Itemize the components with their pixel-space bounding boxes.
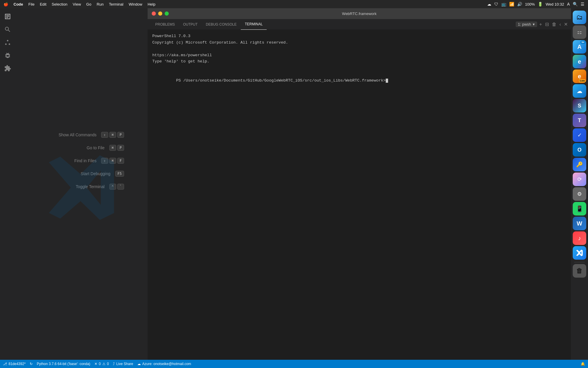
branch-name: 81de4392*	[9, 362, 26, 366]
add-terminal-button[interactable]: +	[538, 21, 543, 28]
canary-badge: CAN	[579, 79, 586, 82]
azure-label: Azure: onotseike@hotmail.com	[142, 362, 191, 366]
status-branch[interactable]: ⎇ 81de4392*	[3, 362, 26, 366]
dock-appstore[interactable]: A 5K	[573, 40, 586, 54]
dock-vscode[interactable]	[573, 246, 586, 260]
status-azure[interactable]: ☁ Azure: onotseike@hotmail.com	[137, 362, 191, 366]
dock-edge[interactable]: e	[573, 55, 586, 68]
dock-launchpad[interactable]: ⚏	[573, 25, 586, 39]
right-dock: 🗂 ⚏ A 5K e e CAN ☁ S T	[571, 8, 588, 360]
dock-outlook[interactable]: O	[573, 143, 586, 157]
warning-icon: ⚠	[102, 362, 106, 366]
activity-bar	[0, 8, 15, 360]
kill-terminal-button[interactable]: 🗑	[551, 21, 557, 28]
menu-run[interactable]: Run	[97, 2, 104, 6]
app-container: Show All Commands ⇧ ⌘ P Go to File ⌘ P F…	[0, 8, 588, 360]
activity-explorer[interactable]	[2, 11, 14, 22]
git-branch-icon: ⎇	[3, 362, 7, 366]
status-liveshare[interactable]: ⤴ Live Share	[113, 362, 133, 366]
menu-help[interactable]: Help	[148, 2, 156, 6]
search-icon[interactable]: 🔍	[573, 2, 578, 6]
menu-file[interactable]: File	[29, 2, 35, 6]
svg-point-2	[9, 44, 10, 45]
menu-terminal[interactable]: Terminal	[109, 2, 123, 6]
menubar: 🍎 Code File Edit Selection View Go Run T…	[0, 0, 588, 8]
battery-icon: 🔋	[538, 2, 543, 6]
maximize-button[interactable]	[165, 11, 169, 16]
panel-prev-button[interactable]: ‹	[559, 21, 562, 28]
minimize-button[interactable]	[158, 11, 162, 16]
terminal-line-6	[152, 65, 566, 71]
dock-slack[interactable]: S	[573, 99, 586, 112]
dict-icon[interactable]: A	[567, 2, 570, 6]
activity-source-control[interactable]	[2, 37, 14, 48]
terminal-content[interactable]: PowerShell 7.0.3 Copyright (c) Microsoft…	[148, 29, 571, 360]
dock-arc[interactable]: ⟳	[573, 173, 586, 186]
key-cmd: ⌘	[109, 132, 116, 138]
status-right: 🔔	[581, 362, 585, 366]
shortcut-label-1: Show All Commands	[39, 132, 96, 137]
dock-trash[interactable]: 🗑	[573, 264, 586, 278]
error-count: 0	[99, 362, 101, 366]
terminal-line-5: Type 'help' to get help.	[152, 58, 566, 65]
menu-window[interactable]: Window	[129, 2, 142, 6]
dock-system-prefs[interactable]: ⚙	[573, 187, 586, 201]
menu-edit[interactable]: Edit	[40, 2, 46, 6]
apple-menu[interactable]: 🍎	[4, 2, 8, 6]
activity-extensions[interactable]	[2, 62, 14, 74]
status-bar: ⎇ 81de4392* ↻ Python 3.7.6 64-bit ('base…	[0, 360, 588, 368]
dock-word[interactable]: W	[573, 217, 586, 230]
dock-finder[interactable]: 🗂	[573, 11, 586, 24]
terminal-line-2: Copyright (c) Microsoft Corporation. All…	[152, 39, 566, 46]
volume-icon[interactable]: 🔊	[517, 2, 522, 6]
menu-selection[interactable]: Selection	[52, 2, 67, 6]
dock-music[interactable]: ♪	[573, 231, 586, 245]
status-notifications[interactable]: 🔔	[581, 362, 585, 366]
window-controls	[152, 11, 169, 16]
status-left: ⎇ 81de4392* ↻ Python 3.7.6 64-bit ('base…	[3, 362, 191, 366]
menu-go[interactable]: Go	[86, 2, 91, 6]
vscode-logo	[43, 146, 120, 230]
tab-debug-console[interactable]: DEBUG CONSOLE	[202, 19, 241, 30]
menu-code[interactable]: Code	[14, 2, 23, 6]
status-sync[interactable]: ↻	[30, 362, 33, 366]
dock-whatsapp[interactable]: 📱	[573, 202, 586, 216]
chevron-down-icon: ▾	[533, 22, 535, 26]
liveshare-icon: ⤴	[113, 362, 115, 366]
activity-debug[interactable]	[2, 49, 14, 61]
key-shift: ⇧	[101, 132, 108, 138]
key-p: P	[117, 132, 124, 138]
terminal-selector[interactable]: 1: pwsh ▾	[516, 21, 537, 27]
activity-search[interactable]	[2, 24, 14, 35]
dock-separator	[574, 262, 585, 262]
svg-point-0	[7, 40, 9, 42]
tab-output[interactable]: OUTPUT	[179, 19, 202, 30]
close-button[interactable]	[152, 11, 156, 16]
terminal-line-1: PowerShell 7.0.3	[152, 33, 566, 39]
python-label: Python 3.7.6 64-bit ('base': conda)	[37, 362, 90, 366]
terminal-line-3	[152, 46, 566, 52]
status-python[interactable]: Python 3.7.6 64-bit ('base': conda)	[37, 362, 90, 366]
main-editor-area: WebRTC.framework PROBLEMS OUTPUT DEBUG C…	[148, 8, 571, 360]
terminal-prompt-line: PS /Users/onotseike/Documents/GitHub/Goo…	[152, 71, 566, 90]
dock-edge-canary[interactable]: e CAN	[573, 69, 586, 83]
dock-bitwarden[interactable]: 🔑	[573, 158, 586, 171]
dock-teams[interactable]: T	[573, 114, 586, 127]
screen-icon[interactable]: 📺	[501, 2, 506, 6]
menu-view[interactable]: View	[73, 2, 81, 6]
tab-problems[interactable]: PROBLEMS	[151, 19, 179, 30]
dock-todo[interactable]: ✓	[573, 128, 586, 142]
tab-terminal[interactable]: TERMINAL	[241, 19, 267, 30]
control-center-icon[interactable]: ☰	[581, 2, 584, 6]
wifi-icon[interactable]: 📶	[509, 2, 514, 6]
split-terminal-button[interactable]: ⊟	[544, 21, 550, 28]
cloud-icon[interactable]: ☁	[487, 2, 491, 6]
shortcut-show-commands: Show All Commands ⇧ ⌘ P	[39, 132, 124, 138]
panel-close-button[interactable]: ✕	[563, 21, 569, 28]
warning-count: 0	[107, 362, 109, 366]
security-icon[interactable]: 🛡	[494, 2, 498, 6]
status-errors[interactable]: ✕ 0 ⚠ 0	[94, 362, 109, 366]
window-title: WebRTC.framework	[342, 11, 376, 16]
dock-onedrive[interactable]: ☁	[573, 84, 586, 98]
menubar-right: ☁ 🛡 📺 📶 🔊 100% 🔋 Wed 10:32 A 🔍 ☰	[487, 0, 584, 8]
